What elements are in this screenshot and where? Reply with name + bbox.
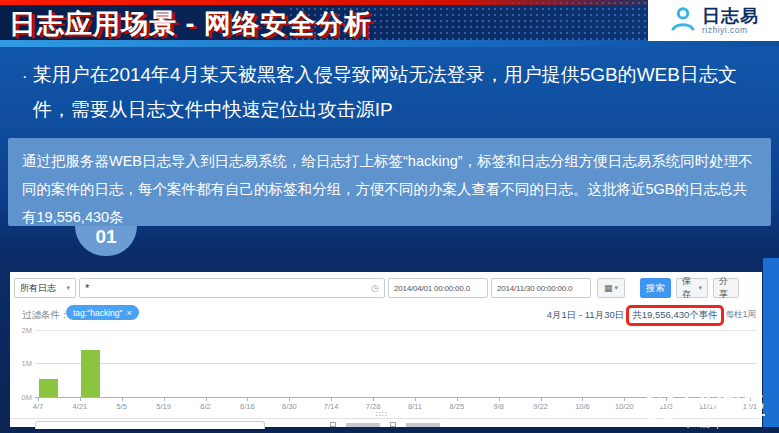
header-top-stripe	[0, 0, 648, 5]
chevron-down-icon: ▾	[615, 284, 619, 292]
chevron-down-icon: ▾	[66, 284, 70, 292]
x-tick-mark	[541, 398, 542, 401]
save-button[interactable]: 保存 ▾	[676, 278, 708, 298]
x-tick-mark	[331, 398, 332, 401]
share-button[interactable]: 分享	[713, 278, 739, 298]
cio-logo-icon	[641, 388, 679, 430]
x-tick-mark	[122, 398, 123, 401]
x-tick-mark	[499, 398, 500, 401]
bullet-text: 某用户在2014年4月某天被黑客入侵导致网站无法登录，用户提供5GB的WEB日志…	[33, 57, 752, 127]
right-edge-strip	[763, 258, 779, 427]
x-tick-mark	[289, 398, 290, 401]
logo: 日志易 rizhiyi.com	[648, 0, 779, 41]
filter-label: 过滤条件：	[22, 309, 70, 322]
checkbox-icon[interactable]	[390, 422, 396, 427]
search-query-input[interactable]: * ◷	[79, 278, 385, 298]
gridline	[35, 363, 757, 364]
event-count-red-highlight: 共19,556,430个事件	[626, 305, 724, 326]
info-box-text: 通过把服务器WEB日志导入到日志易系统，给日志打上标签“hacking”，标签和…	[22, 153, 753, 225]
x-tick-label: 5/5	[110, 402, 134, 411]
x-tick-label: 4/21	[68, 402, 92, 411]
log-source-value: 所有日志	[20, 282, 56, 295]
header-divider-band	[0, 40, 779, 47]
histogram-bar[interactable]	[81, 350, 100, 397]
watermark-text-block: CIO时代 学 院 | APP	[684, 386, 765, 431]
event-count: 共19,556,430个事件	[632, 309, 718, 320]
rizhiyi-logo-icon	[668, 4, 698, 38]
x-tick-label: 10/6	[570, 402, 594, 411]
x-tick-label: 6/2	[194, 402, 218, 411]
y-axis-label: 1M	[14, 359, 32, 368]
gridline	[35, 330, 757, 331]
date-to-value: 2014/11/30 00:00:00.0	[497, 284, 572, 293]
truncated-controls	[330, 422, 440, 427]
x-tick-label: 7/14	[319, 402, 343, 411]
x-tick-label: 9/8	[487, 402, 511, 411]
logo-domain: rizhiyi.com	[702, 26, 759, 35]
x-tick-label: 5/19	[152, 402, 176, 411]
step-number: 01	[95, 226, 116, 248]
log-source-select[interactable]: 所有日志 ▾	[14, 278, 76, 298]
y-axis-label: 2M	[14, 326, 32, 335]
step-badge: 01	[75, 226, 137, 256]
x-tick-label: 6/30	[277, 402, 301, 411]
page-title: 日志应用场景 - 网络安全分析	[9, 6, 372, 42]
date-range-text: 4月1日 - 11月30日	[547, 309, 624, 322]
chevron-down-icon: ▾	[698, 284, 702, 292]
calendar-button[interactable]: ▦ ▾	[597, 278, 625, 298]
y-axis-label: 0M	[14, 393, 32, 402]
watermark-title: CIO时代	[684, 386, 765, 416]
search-button-label: 搜索	[646, 282, 665, 295]
info-box: 通过把服务器WEB日志导入到日志易系统，给日志打上标签“hacking”，标签和…	[8, 138, 771, 226]
x-tick-mark	[164, 398, 165, 401]
logo-text-block: 日志易 rizhiyi.com	[702, 7, 759, 35]
slide: 日志应用场景 - 网络安全分析 日志易 rizhiyi.com · 某用户在20…	[0, 0, 779, 433]
search-button[interactable]: 搜索	[640, 278, 671, 298]
x-tick-label: 4/7	[26, 402, 50, 411]
histogram-interval-text: 每柱1周	[726, 309, 756, 321]
x-tick-label: 10/20	[612, 402, 636, 411]
save-button-label: 保存	[682, 275, 696, 301]
x-tick-mark	[206, 398, 207, 401]
x-tick-mark	[373, 398, 374, 401]
filter-tag-text: tag:"hacking"	[73, 308, 123, 318]
calendar-icon: ▦	[604, 283, 613, 293]
x-tick-mark	[247, 398, 248, 401]
event-count-summary: 4月1日 - 11月30日 共19,556,430个事件 每柱1周	[547, 305, 756, 325]
x-tick-mark	[38, 398, 39, 401]
bullet-marker: ·	[22, 57, 33, 127]
date-to-input[interactable]: 2014/11/30 00:00:00.0	[491, 278, 591, 298]
bullet-row: · 某用户在2014年4月某天被黑客入侵导致网站无法登录，用户提供5GB的WEB…	[22, 57, 752, 127]
x-tick-mark	[457, 398, 458, 401]
time-icon: ◷	[371, 283, 379, 293]
watermark: CIO时代 学 院 | APP	[641, 386, 765, 431]
x-tick-mark	[415, 398, 416, 401]
x-tick-label: 8/25	[445, 402, 469, 411]
field-search-input-partial[interactable]	[35, 421, 265, 429]
x-tick-label: 8/11	[403, 402, 427, 411]
close-icon[interactable]: ×	[127, 308, 132, 318]
x-tick-mark	[80, 398, 81, 401]
checkbox-icon[interactable]	[330, 422, 336, 427]
date-from-input[interactable]: 2014/04/01 00:00:00.0	[388, 278, 488, 298]
share-button-label: 分享	[719, 275, 733, 301]
x-tick-mark	[582, 398, 583, 401]
truncated-label	[406, 423, 440, 427]
search-query-value: *	[85, 282, 89, 294]
watermark-subtitle: 学 院 | APP	[684, 418, 765, 431]
x-tick-mark	[624, 398, 625, 401]
logo-name: 日志易	[702, 7, 759, 25]
histogram-bar[interactable]	[39, 379, 58, 397]
filter-tag-hacking[interactable]: tag:"hacking" ×	[66, 305, 139, 320]
date-from-value: 2014/04/01 00:00:00.0	[394, 284, 470, 293]
truncated-label	[346, 423, 380, 427]
x-tick-label: 6/16	[235, 402, 259, 411]
x-tick-label: 9/22	[529, 402, 553, 411]
